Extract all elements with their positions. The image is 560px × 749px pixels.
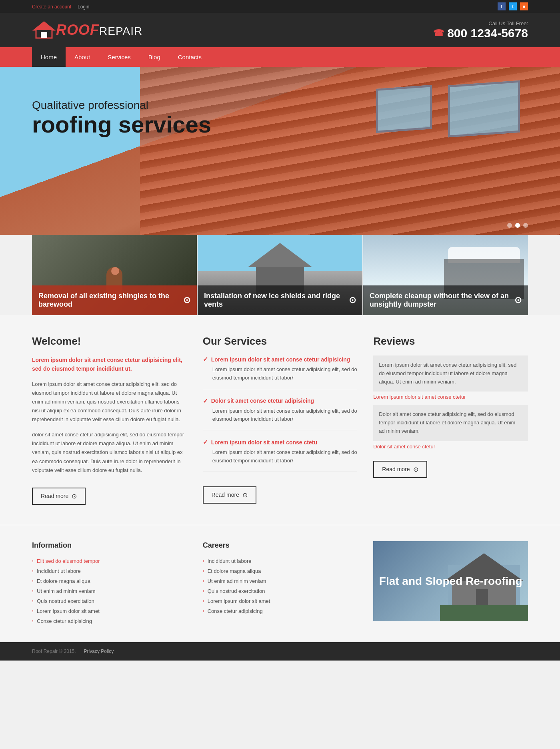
footer-careers-arrow-4: › [203, 588, 204, 594]
hero-content: Qualitative professional roofing service… [32, 99, 211, 137]
footer-ad-box[interactable]: Flat and Sloped Re-roofing [373, 541, 528, 626]
service-item-1: ✓ Lorem ipsum dolor sit amet conse ctetu… [203, 355, 358, 389]
hero-dots [507, 223, 528, 228]
phone-number: ☎ 800 1234-5678 [433, 26, 528, 40]
feature-arrow-2: ⊙ [349, 295, 356, 305]
footer-copyright: Roof Repair © 2015. [32, 649, 76, 654]
create-account-link[interactable]: Create an account [32, 4, 71, 10]
feature-caption-1: Removal of all existing shingles to the … [32, 285, 197, 315]
hero-subtitle: Qualitative professional [32, 99, 211, 112]
bottom-footer: Roof Repair © 2015. Privacy Policy [0, 642, 560, 661]
svg-marker-1 [34, 22, 54, 30]
footer-arrow-icon-3: › [32, 578, 34, 584]
footer-info-link-3[interactable]: › Et dolore magna aliqua [32, 576, 187, 586]
review-box-1: Lorem ipsum dolor sit amet conse ctetur … [373, 355, 528, 392]
services-read-more[interactable]: Read more ⊙ [203, 486, 256, 504]
logo-text: ROOFREPAIR [56, 23, 142, 37]
feature-box-2[interactable]: Installation of new ice shields and ridg… [198, 235, 362, 315]
footer-careers-arrow-1: › [203, 558, 204, 564]
footer-careers-column: Careers › Incididunt ut labore › Et dolo… [203, 541, 358, 626]
hero-slider: Qualitative professional roofing service… [0, 67, 560, 235]
footer-arrow-icon-6: › [32, 608, 34, 614]
twitter-icon[interactable]: t [509, 2, 517, 10]
footer-info-link-2[interactable]: › Incididunt ut labore [32, 566, 187, 576]
footer-content: Information › Elit sed do eiusmod tempor… [0, 525, 560, 642]
feature-box-1[interactable]: Removal of all existing shingles to the … [32, 235, 197, 315]
footer-careers-link-3[interactable]: › Ut enim ad minim veniam [203, 576, 358, 586]
nav-item-services[interactable]: Services [99, 47, 140, 67]
reviews-title: Reviews [373, 335, 528, 347]
reviews-read-more-arrow-icon: ⊙ [413, 466, 418, 473]
footer-careers-arrow-3: › [203, 578, 204, 584]
welcome-body-2: dolor sit amet conse ctetur adipisicing … [32, 430, 187, 474]
social-icons: f t ■ [498, 2, 528, 10]
footer-careers-link-5[interactable]: › Lorem ipsum dolor sit amet [203, 596, 358, 606]
welcome-read-more[interactable]: Read more ⊙ [32, 488, 86, 505]
service-item-3: ✓ Lorem ipsum dolor sit amet conse ctetu… [203, 438, 358, 472]
slider-dot-1[interactable] [507, 223, 512, 228]
footer-careers-arrow-5: › [203, 598, 204, 604]
service-item-3-title: ✓ Lorem ipsum dolor sit amet conse ctetu [203, 438, 358, 446]
feature-caption-3: Complete cleanup without the view of an … [363, 285, 528, 315]
top-bar: Create an account Login f t ■ [0, 0, 560, 13]
svg-rect-2 [41, 32, 47, 38]
footer-info-link-5[interactable]: › Quis nostrud exercitation [32, 596, 187, 606]
feature-arrow-1: ⊙ [183, 295, 190, 305]
footer-info-column: Information › Elit sed do eiusmod tempor… [32, 541, 187, 626]
reviewer-name-2[interactable]: Dolor sit amet conse ctetur [373, 444, 528, 450]
check-icon-2: ✓ [203, 397, 208, 405]
reviews-read-more[interactable]: Read more ⊙ [373, 461, 427, 478]
facebook-icon[interactable]: f [498, 2, 506, 10]
footer-info-link-1[interactable]: › Elit sed do eiusmod tempor [32, 556, 187, 566]
footer-careers-link-1[interactable]: › Incididunt ut labore [203, 556, 358, 566]
service-item-3-text: Lorem ipsum dolor sit amet conse ctetur … [203, 448, 358, 465]
welcome-body-1: Lorem ipsum dolor sit amet conse ctetur … [32, 380, 187, 424]
privacy-policy-link[interactable]: Privacy Policy [84, 649, 114, 654]
reviews-column: Reviews Lorem ipsum dolor sit amet conse… [373, 335, 528, 505]
phone-label: Call Us Toll Free: [433, 20, 528, 26]
login-link[interactable]: Login [78, 4, 89, 10]
check-icon-1: ✓ [203, 355, 208, 363]
service-item-1-title: ✓ Lorem ipsum dolor sit amet conse ctetu… [203, 355, 358, 363]
footer-info-link-7[interactable]: › Conse ctetur adipisicing [32, 616, 187, 626]
logo[interactable]: ROOFREPAIR [32, 20, 142, 40]
nav-item-contacts[interactable]: Contacts [169, 47, 210, 67]
nav-item-about[interactable]: About [66, 47, 99, 67]
read-more-arrow-icon: ⊙ [72, 492, 77, 500]
service-item-2: ✓ Dolor sit amet conse ctetur adipisicin… [203, 397, 358, 431]
footer-careers-arrow-6: › [203, 608, 204, 614]
footer-arrow-icon-2: › [32, 568, 34, 574]
ad-text: Flat and Sloped Re-roofing [379, 575, 522, 588]
header: ROOFREPAIR Call Us Toll Free: ☎ 800 1234… [0, 13, 560, 47]
service-item-2-text: Lorem ipsum dolor sit amet conse ctetur … [203, 407, 358, 424]
footer-careers-link-2[interactable]: › Et dolore magna aliqua [203, 566, 358, 576]
footer-info-title: Information [32, 541, 187, 550]
phone-section: Call Us Toll Free: ☎ 800 1234-5678 [433, 20, 528, 40]
feature-arrow-3: ⊙ [514, 295, 522, 305]
hero-title: roofing services [32, 112, 211, 137]
service-item-2-title: ✓ Dolor sit amet conse ctetur adipisicin… [203, 397, 358, 405]
review-box-2: Dolor sit amet conse ctetur adipisicing … [373, 405, 528, 441]
welcome-highlight: Lorem ipsum dolor sit amet conse ctetur … [32, 355, 187, 373]
footer-careers-link-4[interactable]: › Quis nostrud exercitation [203, 586, 358, 596]
welcome-title: Welcome! [32, 335, 187, 347]
footer-info-link-4[interactable]: › Ut enim ad minim veniam [32, 586, 187, 596]
nav-item-home[interactable]: Home [32, 47, 66, 67]
phone-icon: ☎ [433, 28, 444, 38]
main-nav: Home About Services Blog Contacts [0, 47, 560, 67]
main-content: Welcome! Lorem ipsum dolor sit amet cons… [0, 315, 560, 525]
rss-icon[interactable]: ■ [520, 2, 528, 10]
services-read-more-arrow-icon: ⊙ [242, 491, 248, 499]
slider-dot-3[interactable] [523, 223, 528, 228]
services-column: Our Services ✓ Lorem ipsum dolor sit ame… [203, 335, 358, 505]
footer-careers-link-6[interactable]: › Conse ctetur adipisicing [203, 606, 358, 616]
feature-caption-2: Installation of new ice shields and ridg… [198, 285, 362, 315]
reviewer-name-1[interactable]: Lorem ipsum dolor sit amet conse ctetur [373, 394, 528, 400]
feature-box-3[interactable]: Complete cleanup without the view of an … [363, 235, 528, 315]
check-icon-3: ✓ [203, 438, 208, 446]
nav-item-blog[interactable]: Blog [140, 47, 169, 67]
welcome-column: Welcome! Lorem ipsum dolor sit amet cons… [32, 335, 187, 505]
footer-info-link-6[interactable]: › Lorem ipsum dolor sit amet [32, 606, 187, 616]
slider-dot-2[interactable] [515, 223, 520, 228]
ad-box-bg: Flat and Sloped Re-roofing [373, 541, 528, 621]
